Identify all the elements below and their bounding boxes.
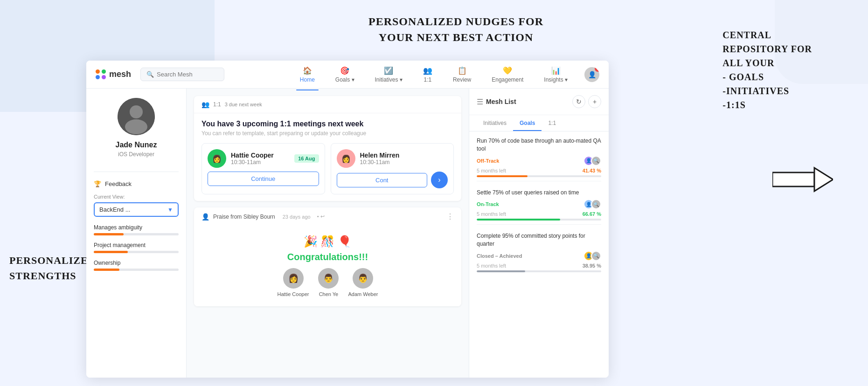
- congrats-person-2: 👨 Adam Weber: [348, 268, 378, 297]
- nav-item-goals[interactable]: 🎯 Goals ▾: [332, 64, 358, 85]
- goal-progress-fill-2: [477, 270, 525, 272]
- goal-progress-bg-0: [477, 175, 601, 177]
- goal-item-0: Run 70% of code base through an auto-mat…: [477, 137, 601, 181]
- meeting-card-0: 👩 Hattie Cooper 10:30-11am 16 Aug Contin…: [201, 143, 325, 194]
- strength-bar-fill-1: [94, 251, 128, 253]
- praise-card: 👤 Praise from Sibley Bourn 23 days ago •…: [194, 207, 461, 306]
- oneone-headline: You have 3 upcoming 1:1 meetings next we…: [201, 120, 454, 128]
- annotation-repository: CentralRepository forall your- Goals-Ini…: [722, 28, 812, 112]
- goal-divider-0: [477, 181, 601, 181]
- nav-item-oneone[interactable]: 👥 1:1: [419, 64, 436, 85]
- goal-text-0: Run 70% of code base through an auto-mat…: [477, 137, 601, 153]
- meeting-time-0: 10:30-11am: [231, 159, 274, 165]
- right-panel: ☰ Mesh List ↻ + Initiatives Goals 1:1 Ru…: [469, 89, 609, 378]
- svg-rect-1: [772, 172, 814, 186]
- nav-item-insights[interactable]: 📊 Insights ▾: [540, 64, 571, 85]
- goal-item-1: Settle 75% of user queries raised on tim…: [477, 189, 601, 225]
- goal-progress-fill-1: [477, 219, 560, 221]
- profile-avatar: [118, 98, 155, 135]
- goal-avatars-0: 👤 🔍: [583, 156, 601, 166]
- goal-time-left-2: 5 months left: [477, 263, 506, 269]
- app-window: mesh 🔍 🏠 Home 🎯 Goals ▾ ☑️ Initiatives ▾: [86, 61, 609, 378]
- list-icon: ☰: [477, 97, 483, 106]
- current-view: Current View: BackEnd ... ▼: [94, 194, 179, 217]
- congrats-text: Congratulations!!!: [287, 252, 368, 262]
- oneone-due: 3 due next week: [225, 102, 262, 107]
- oneone-card-icon: 👥: [201, 101, 209, 108]
- search-input[interactable]: [157, 71, 218, 78]
- goal-status-2: Closed – Achieved: [477, 253, 522, 259]
- initiatives-icon: ☑️: [384, 66, 393, 75]
- meeting-name-1: Helen Mirren: [360, 152, 400, 159]
- engagement-icon: 💛: [503, 66, 512, 75]
- review-icon: 📋: [458, 66, 467, 75]
- annotation-nudges: Personalized Nudges foryour next best ac…: [368, 14, 543, 45]
- congrats-name-0: Hattie Cooper: [278, 291, 309, 297]
- meeting-person-1: 👩 Helen Mirren 10:30-11am: [337, 149, 448, 168]
- praise-more-menu[interactable]: ⋮: [446, 212, 454, 221]
- congrats-person-0: 👩 Hattie Cooper: [278, 268, 309, 297]
- nav-item-home[interactable]: 🏠 Home: [296, 64, 319, 85]
- meeting-date-badge: 16 Aug: [294, 154, 319, 163]
- main-content: 👥 1:1 3 due next week You have 3 upcomin…: [187, 89, 469, 378]
- goal-item-2: Complete 95% of committed story points f…: [477, 232, 601, 272]
- congrats-avatar-1: 👨: [318, 268, 339, 289]
- strength-name-2: Ownership: [94, 260, 179, 266]
- search-icon: 🔍: [146, 71, 154, 78]
- meeting-time-1: 10:30-11am: [360, 159, 400, 165]
- confetti: 🎉 🎊 🎈: [304, 235, 352, 248]
- strength-bar-bg-2: [94, 269, 179, 271]
- goals-list: Run 70% of code base through an auto-mat…: [469, 131, 609, 378]
- feedback-icon: 🏆: [94, 180, 101, 187]
- meeting-avatar-1: 👩: [337, 149, 355, 168]
- goal-avatars-2: 👤 🔍: [583, 251, 601, 261]
- goal-progress-bg-2: [477, 270, 601, 272]
- feedback-section: 🏆 Feedback Current View: BackEnd ... ▼ M…: [94, 177, 179, 281]
- praise-from: Praise from Sibley Bourn: [213, 214, 275, 220]
- refresh-btn[interactable]: ↻: [572, 95, 585, 108]
- meetings-row: 👩 Hattie Cooper 10:30-11am 16 Aug Contin…: [201, 143, 454, 194]
- goal-avatar-sm-2b: 🔍: [591, 251, 601, 261]
- nav-avatar[interactable]: 👤 2: [584, 67, 599, 82]
- goal-avatar-sm-0b: 🔍: [591, 156, 601, 166]
- nav-label-goals: Goals ▾: [335, 76, 354, 83]
- svg-point-6: [130, 105, 143, 118]
- next-meeting-btn[interactable]: ›: [431, 172, 448, 188]
- logo: mesh: [96, 69, 131, 79]
- current-view-label: Current View:: [94, 194, 179, 200]
- continue-btn-0[interactable]: Continue: [208, 172, 319, 186]
- logo-dot-purple: [102, 75, 106, 79]
- meeting-name-0: Hattie Cooper: [231, 152, 274, 159]
- insights-icon: 📊: [551, 66, 561, 75]
- app-body: Jade Nunez iOS Developer 🏆 Feedback Curr…: [86, 89, 609, 378]
- congrats-avatar-0: 👩: [283, 268, 304, 289]
- goal-pct-0: 41.43 %: [583, 168, 601, 173]
- nav-items: 🏠 Home 🎯 Goals ▾ ☑️ Initiatives ▾ 👥 1:1: [296, 64, 599, 85]
- goal-pct-2: 38.95 %: [583, 263, 601, 269]
- svg-marker-2: [814, 168, 833, 191]
- goal-progress-bg-1: [477, 219, 601, 221]
- goal-pct-1: 66.67 %: [583, 211, 601, 217]
- congrats-person-1: 👨 Chen Ye: [318, 268, 339, 297]
- goal-text-2: Complete 95% of committed story points f…: [477, 232, 601, 248]
- add-btn[interactable]: +: [588, 95, 601, 108]
- nav-label-initiatives: Initiatives ▾: [375, 76, 403, 83]
- logo-text: mesh: [109, 69, 131, 79]
- view-dropdown[interactable]: BackEnd ... ▼: [94, 202, 179, 217]
- tab-initiatives[interactable]: Initiatives: [477, 115, 513, 131]
- nav-item-engagement[interactable]: 💛 Engagement: [488, 64, 527, 85]
- feedback-text: Feedback: [105, 180, 132, 187]
- oneone-icon: 👥: [423, 66, 432, 75]
- logo-dots: [96, 69, 106, 79]
- strength-bar-bg-0: [94, 233, 179, 235]
- meeting-info-0: Hattie Cooper 10:30-11am: [231, 152, 274, 165]
- search-box[interactable]: 🔍: [140, 68, 224, 81]
- nav-item-initiatives[interactable]: ☑️ Initiatives ▾: [371, 64, 406, 85]
- nav-item-review[interactable]: 📋 Review: [449, 64, 475, 85]
- oneone-card-title: 1:1: [213, 101, 221, 108]
- logo-dot-blue: [96, 75, 100, 79]
- tab-oneone[interactable]: 1:1: [542, 115, 562, 131]
- goal-meta-0: Off-Track 👤 🔍: [477, 156, 601, 166]
- continue-btn-1[interactable]: Cont: [337, 173, 428, 187]
- tab-goals[interactable]: Goals: [513, 115, 542, 131]
